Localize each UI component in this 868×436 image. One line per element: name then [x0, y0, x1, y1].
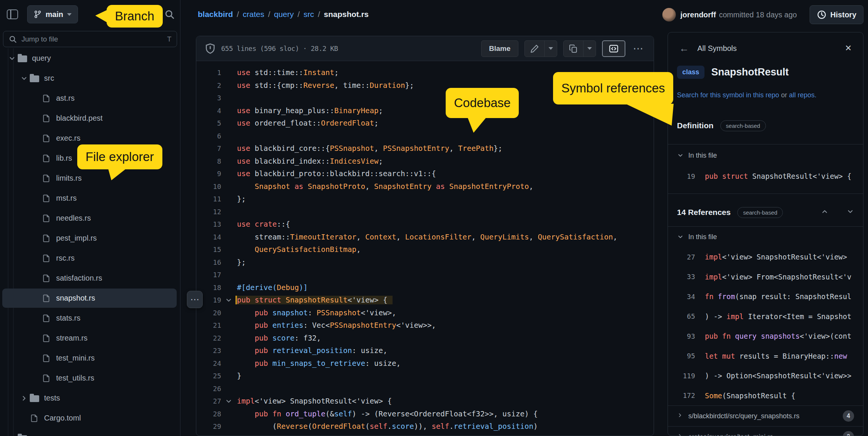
blame-button[interactable]: Blame [481, 40, 518, 57]
symbols-pane-toggle-active[interactable] [602, 40, 625, 57]
tree-file-item[interactable]: test_mini.rs [0, 348, 180, 368]
jump-to-file-input[interactable]: Jump to file T [3, 31, 177, 47]
line-number[interactable]: 2 [196, 81, 221, 89]
symbol-kind-badge: class [677, 66, 704, 79]
tree-file-item[interactable]: rsc.rs [0, 248, 180, 268]
line-number[interactable]: 15 [196, 246, 221, 253]
breadcrumb-link[interactable]: blackbird [198, 10, 233, 19]
search-icon-button[interactable] [164, 9, 175, 20]
this-repo-link[interactable]: this repo [753, 91, 779, 99]
tree-file-item[interactable]: mst.rs [0, 188, 180, 208]
reference-file-group[interactable]: s/blackbirdctl/src/query_snapshots.rs4 [668, 405, 863, 426]
reference-row[interactable]: 95let mut results = BinaryHeap::new_ [668, 346, 863, 366]
chevron-right-icon[interactable] [19, 395, 29, 402]
breadcrumb-link[interactable]: crates [243, 10, 264, 19]
tree-folder-item[interactable]: tests [0, 388, 180, 408]
tree-file-item[interactable]: stats.rs [0, 308, 180, 328]
tree-folder-item[interactable] [0, 428, 180, 436]
line-number[interactable]: 14 [196, 233, 221, 241]
reference-row[interactable]: 19pub struct SnapshotResult<'view> { [668, 166, 863, 186]
tree-file-item[interactable]: satisfaction.rs [0, 268, 180, 288]
reference-file-group[interactable]: crates/query/src/test_mini.rs2 [668, 426, 863, 436]
line-number[interactable]: 12 [196, 208, 221, 216]
tree-file-item[interactable]: snapshot.rs [0, 288, 180, 308]
references-heading: 14 References [677, 208, 730, 217]
line-number[interactable]: 3 [196, 94, 221, 102]
chevron-up-icon[interactable] [821, 208, 828, 217]
all-symbols-label[interactable]: All Symbols [697, 44, 737, 53]
line-number[interactable]: 7 [196, 144, 221, 152]
annotation-branch-label: Branch [115, 9, 154, 23]
reference-row[interactable]: 172Some(SnapshotResult { [668, 386, 863, 406]
reference-row[interactable]: 33impl<'view> From<SnapshotResult<'v [668, 267, 863, 287]
line-number[interactable]: 21 [196, 321, 221, 329]
line-number[interactable]: 1 [196, 69, 221, 77]
breadcrumb-link[interactable]: query [274, 10, 294, 19]
back-arrow-icon[interactable]: ← [677, 42, 691, 55]
tree-file-item[interactable]: pest_impl.rs [0, 228, 180, 248]
fold-chevron-icon[interactable] [221, 398, 236, 405]
in-this-file-toggle[interactable]: In this file [668, 144, 863, 166]
line-number[interactable]: 23 [196, 347, 221, 355]
line-number[interactable]: 6 [196, 132, 221, 140]
commit-author[interactable]: jorendorff [680, 11, 716, 19]
line-number[interactable]: 29 [196, 422, 221, 430]
avatar[interactable] [662, 8, 676, 21]
chevron-down-icon[interactable] [19, 75, 29, 82]
in-this-file-toggle[interactable]: In this file [668, 227, 863, 247]
close-icon[interactable]: ✕ [843, 43, 854, 54]
chevron-down-icon[interactable] [847, 208, 854, 217]
line-number[interactable]: 25 [196, 372, 221, 380]
reference-row[interactable]: 34fn from(snap_result: SnapshotResul [668, 287, 863, 307]
line-number[interactable]: 26 [196, 385, 221, 393]
code-line: 17 [196, 269, 654, 281]
reference-row[interactable]: 65) -> impl Iterator<Item = Snapshot [668, 307, 863, 327]
line-number[interactable]: 8 [196, 157, 221, 165]
tree-file-item[interactable]: test_utils.rs [0, 368, 180, 388]
tree-item-label: stats.rs [56, 314, 80, 322]
line-number[interactable]: 20 [196, 309, 221, 317]
edit-button[interactable] [525, 41, 544, 57]
line-number[interactable]: 27 [196, 397, 221, 405]
history-button[interactable]: History [810, 5, 863, 24]
line-number[interactable]: 18 [196, 284, 221, 292]
line-number[interactable]: 16 [196, 258, 221, 266]
tree-file-item[interactable]: Cargo.toml [0, 408, 180, 428]
fold-chevron-icon[interactable] [221, 296, 236, 304]
tree-file-item[interactable]: needles.rs [0, 208, 180, 228]
commit-meta: committed 18 days ago [719, 11, 797, 19]
tree-file-item[interactable]: stream.rs [0, 328, 180, 348]
edit-dropdown[interactable] [544, 41, 557, 57]
reference-row[interactable]: 119) -> Option<SnapshotResult<'view>> [668, 366, 863, 386]
tree-folder-item[interactable]: src [0, 68, 180, 88]
line-number[interactable]: 24 [196, 359, 221, 367]
line-number[interactable]: 11 [196, 195, 221, 203]
reference-row[interactable]: 27impl<'view> SnapshotResult<'view> [668, 247, 863, 267]
line-number[interactable]: 28 [196, 410, 221, 418]
copy-dropdown[interactable] [583, 41, 596, 57]
code-line: 13use crate::{ [196, 218, 654, 231]
chevron-down-icon [677, 233, 684, 240]
breadcrumb-link[interactable]: src [304, 10, 314, 19]
line-number[interactable]: 17 [196, 271, 221, 279]
tree-folder-item[interactable]: query [0, 48, 180, 68]
sidebar-toggle-button[interactable] [7, 9, 18, 19]
line-number[interactable]: 22 [196, 334, 221, 342]
tree-file-item[interactable]: blackbird.pest [0, 108, 180, 128]
chevron-down-icon[interactable] [7, 55, 17, 62]
branch-selector[interactable]: main [27, 5, 78, 23]
line-number[interactable]: 10 [196, 183, 221, 190]
line-menu-button[interactable]: ⋯ [187, 291, 203, 308]
tree-file-item[interactable]: ast.rs [0, 88, 180, 108]
reference-row[interactable]: 93pub fn query_snapshots<'view>(cont [668, 326, 863, 346]
chevron-right-icon[interactable] [7, 434, 17, 436]
code-tokens: #[derive(Debug)] [237, 283, 308, 292]
all-repos-link[interactable]: all repos. [789, 91, 816, 99]
more-options-button[interactable]: ⋯ [631, 42, 645, 55]
line-number[interactable]: 9 [196, 170, 221, 178]
tree-file-item[interactable]: limits.rs [0, 168, 180, 188]
copy-button[interactable] [564, 41, 583, 57]
line-number[interactable]: 4 [196, 107, 221, 115]
line-number[interactable]: 13 [196, 220, 221, 228]
line-number[interactable]: 5 [196, 119, 221, 127]
